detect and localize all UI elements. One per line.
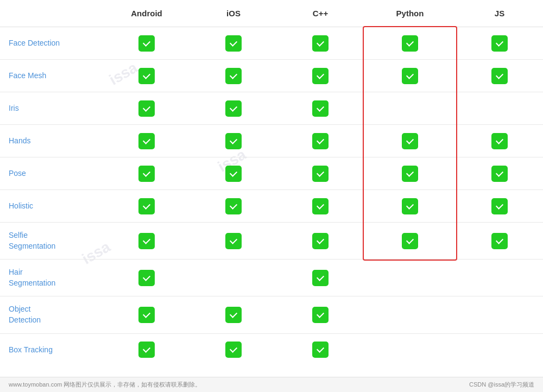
check-cell-cpp xyxy=(277,333,364,366)
check-icon xyxy=(312,166,329,182)
check-icon xyxy=(402,198,418,214)
check-icon xyxy=(312,233,329,249)
check-cell-js xyxy=(456,27,543,60)
feature-label-line2: Segmentation xyxy=(9,278,94,289)
check-icon xyxy=(225,342,242,358)
check-cell-cpp xyxy=(277,260,364,296)
check-icon xyxy=(225,133,242,149)
check-cell-ios xyxy=(190,27,277,60)
check-icon xyxy=(138,133,155,149)
feature-label-line1: Selfie xyxy=(9,230,94,241)
check-icon xyxy=(312,270,329,286)
check-cell-android xyxy=(103,223,190,260)
feature-name-cell: Face Detection xyxy=(0,27,103,60)
check-cell-ios xyxy=(190,92,277,125)
footer-left: www.toymoban.com 网络图片仅供展示，非存储，如有侵权请联系删除。 xyxy=(9,381,201,389)
check-icon xyxy=(225,35,242,52)
check-icon xyxy=(491,233,508,249)
check-icon xyxy=(402,35,418,52)
check-cell-js xyxy=(456,60,543,92)
check-cell-python xyxy=(364,125,456,157)
check-icon xyxy=(312,342,329,358)
check-cell-js xyxy=(456,125,543,157)
check-cell-ios xyxy=(190,157,277,190)
check-cell-android xyxy=(103,27,190,60)
check-cell-python xyxy=(364,223,456,260)
check-cell-cpp xyxy=(277,27,364,60)
check-cell-cpp xyxy=(277,157,364,190)
feature-label-line1: Hair xyxy=(9,267,94,278)
table-row: Hands xyxy=(0,125,543,157)
check-cell-js xyxy=(456,92,543,125)
check-cell-python xyxy=(364,92,456,125)
check-cell-ios xyxy=(190,223,277,260)
feature-name-cell: ObjectDetection xyxy=(0,296,103,333)
check-cell-cpp xyxy=(277,60,364,92)
check-cell-android xyxy=(103,157,190,190)
table-container: Android iOS C++ Python JS Face Detection… xyxy=(0,0,543,366)
check-cell-android xyxy=(103,125,190,157)
check-icon xyxy=(402,68,418,84)
table-row: ObjectDetection xyxy=(0,296,543,333)
check-cell-python xyxy=(364,296,456,333)
check-cell-android xyxy=(103,333,190,366)
check-cell-cpp xyxy=(277,125,364,157)
check-cell-ios xyxy=(190,125,277,157)
check-icon xyxy=(402,166,418,182)
check-icon xyxy=(225,100,242,117)
check-icon xyxy=(312,307,329,323)
check-cell-ios xyxy=(190,333,277,366)
feature-label-line2: Detection xyxy=(9,315,94,326)
col-header-cpp: C++ xyxy=(277,0,364,27)
check-cell-ios xyxy=(190,260,277,296)
compatibility-table: Android iOS C++ Python JS Face Detection… xyxy=(0,0,543,366)
check-icon xyxy=(491,68,508,84)
check-icon xyxy=(225,68,242,84)
check-cell-python xyxy=(364,157,456,190)
table-body: Face DetectionFace MeshIrisHandsPoseHoli… xyxy=(0,27,543,366)
feature-name-cell: SelfieSegmentation xyxy=(0,223,103,260)
check-cell-python xyxy=(364,190,456,223)
feature-name-cell: Pose xyxy=(0,157,103,190)
table-header: Android iOS C++ Python JS xyxy=(0,0,543,27)
feature-name-cell: Hands xyxy=(0,125,103,157)
feature-name-cell: Iris xyxy=(0,92,103,125)
table-row: Box Tracking xyxy=(0,333,543,366)
check-icon xyxy=(312,68,329,84)
check-icon xyxy=(225,198,242,214)
check-cell-js xyxy=(456,190,543,223)
check-cell-android xyxy=(103,190,190,223)
check-cell-js xyxy=(456,223,543,260)
check-icon xyxy=(491,166,508,182)
check-icon xyxy=(138,100,155,117)
col-header-js: JS xyxy=(456,0,543,27)
table-row: Face Mesh xyxy=(0,60,543,92)
check-cell-ios xyxy=(190,190,277,223)
check-icon xyxy=(138,35,155,52)
feature-name-cell: Box Tracking xyxy=(0,333,103,366)
table-row: Pose xyxy=(0,157,543,190)
check-cell-cpp xyxy=(277,92,364,125)
col-header-ios: iOS xyxy=(190,0,277,27)
check-cell-js xyxy=(456,260,543,296)
check-icon xyxy=(138,233,155,249)
footer-right: CSDN @issa的学习频道 xyxy=(469,381,534,389)
check-icon xyxy=(312,100,329,117)
check-icon xyxy=(312,198,329,214)
check-icon xyxy=(491,198,508,214)
check-cell-python xyxy=(364,60,456,92)
check-icon xyxy=(225,166,242,182)
check-cell-cpp xyxy=(277,223,364,260)
check-icon xyxy=(402,133,418,149)
check-cell-python xyxy=(364,260,456,296)
table-row: SelfieSegmentation xyxy=(0,223,543,260)
check-cell-js xyxy=(456,333,543,366)
check-icon xyxy=(138,68,155,84)
check-icon xyxy=(138,270,155,286)
feature-name-cell: HairSegmentation xyxy=(0,260,103,296)
check-icon xyxy=(225,233,242,249)
table-row: Face Detection xyxy=(0,27,543,60)
table-wrapper: Android iOS C++ Python JS Face Detection… xyxy=(0,0,543,366)
check-cell-android xyxy=(103,92,190,125)
table-row: HairSegmentation xyxy=(0,260,543,296)
